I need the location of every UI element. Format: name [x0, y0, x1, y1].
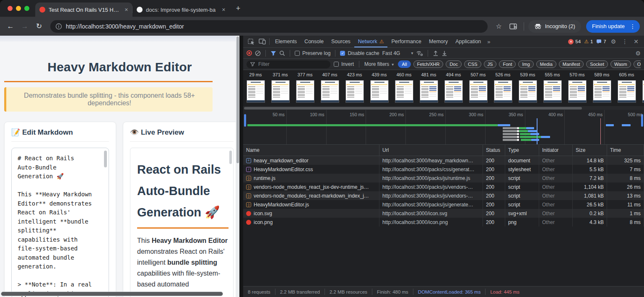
- devtools-resize-handle[interactable]: [239, 36, 243, 297]
- issues-count-badge[interactable]: 7: [596, 39, 606, 44]
- error-count-badge[interactable]: ✕54: [568, 39, 581, 44]
- page-horizontal-scrollbar[interactable]: [1, 292, 223, 296]
- column-header-type[interactable]: Type: [505, 145, 539, 156]
- devtools-tab-application[interactable]: Application: [452, 36, 485, 47]
- more-tabs-button[interactable]: »: [485, 39, 493, 45]
- filter-chip-other[interactable]: Other: [634, 60, 641, 68]
- filter-chip-media[interactable]: Media: [536, 60, 556, 68]
- network-request-row[interactable]: icon.pnghttp://localhost:3000/icon.png20…: [243, 218, 644, 227]
- inspect-element-icon[interactable]: [246, 37, 257, 46]
- filmstrip-frame[interactable]: 29 ms: [243, 72, 268, 106]
- maximize-window-button[interactable]: [24, 6, 29, 11]
- filmstrip-frame[interactable]: 460 ms: [392, 72, 416, 106]
- filmstrip-frame[interactable]: 539 ms: [515, 72, 540, 106]
- filmstrip-frame[interactable]: 407 ms: [317, 72, 342, 106]
- filmstrip-frame[interactable]: 494 ms: [441, 72, 466, 106]
- filmstrip-frame[interactable]: 507 ms: [466, 72, 491, 106]
- filmstrip-frame[interactable]: 377 ms: [293, 72, 317, 106]
- preserve-log-checkbox[interactable]: Preserve log: [295, 50, 330, 56]
- back-button[interactable]: ←: [4, 20, 17, 33]
- browser-tab[interactable]: Test React On Rails V15 Hello✕: [35, 3, 132, 17]
- import-har-icon[interactable]: [433, 50, 439, 56]
- overview-left-handle[interactable]: [244, 114, 246, 127]
- throttling-select[interactable]: Fast 4G ▾: [382, 50, 413, 56]
- devtools-tab-sources[interactable]: Sources: [327, 36, 354, 47]
- device-toolbar-icon[interactable]: [257, 37, 267, 46]
- minimize-window-button[interactable]: [16, 6, 21, 11]
- filmstrip-frame[interactable]: [639, 72, 644, 106]
- record-network-log-button[interactable]: [247, 50, 252, 56]
- incognito-badge[interactable]: Incognito (2): [528, 20, 581, 33]
- address-bar[interactable]: http://localhost:3000/heavy_markdown_edi…: [50, 20, 488, 33]
- filter-chip-all[interactable]: All: [398, 60, 410, 68]
- filmstrip-frame[interactable]: 526 ms: [491, 72, 515, 106]
- filter-chip-font[interactable]: Font: [499, 60, 516, 68]
- filter-chip-doc[interactable]: Doc: [446, 60, 462, 68]
- devtools-tab-memory[interactable]: Memory: [425, 36, 452, 47]
- tab-close-icon[interactable]: ✕: [125, 7, 128, 13]
- filter-chip-js[interactable]: JS: [484, 60, 497, 68]
- network-overview[interactable]: 50 ms100 ms150 ms200 ms250 ms300 ms350 m…: [243, 110, 644, 145]
- preview-scrollbar[interactable]: [229, 151, 232, 164]
- filter-chip-wasm[interactable]: Wasm: [610, 60, 631, 68]
- filter-chip-fetchxhr[interactable]: Fetch/XHR: [413, 60, 444, 68]
- filmstrip-frame[interactable]: 589 ms: [589, 72, 614, 106]
- devtools-close-icon[interactable]: ✕: [632, 38, 640, 45]
- network-request-row[interactable]: ≡heavy_markdown_editorhttp://localhost:3…: [243, 156, 644, 165]
- tab-close-icon[interactable]: ✕: [222, 7, 226, 13]
- filmstrip-frame[interactable]: 605 ms: [614, 72, 639, 106]
- update-menu-icon[interactable]: ⋮: [628, 23, 637, 30]
- filmstrip-scrollbar[interactable]: [243, 106, 644, 110]
- filter-chip-socket[interactable]: Socket: [586, 60, 608, 68]
- devtools-tab-elements[interactable]: Elements: [271, 36, 301, 47]
- devtools-tab-network[interactable]: Network⚠: [354, 36, 388, 47]
- network-request-row[interactable]: /HeavyMarkdownEditor.csshttp://localhost…: [243, 165, 644, 174]
- column-header-url[interactable]: Url: [379, 145, 483, 156]
- markdown-textarea[interactable]: # React on Rails Auto-Bundle Generation …: [11, 148, 109, 297]
- side-panel-icon[interactable]: [507, 20, 519, 33]
- disable-cache-checkbox[interactable]: ✓ Disable cache: [340, 50, 379, 56]
- warning-count-badge[interactable]: ⚠1: [584, 39, 593, 44]
- search-icon[interactable]: [279, 50, 285, 56]
- export-har-icon[interactable]: [441, 50, 447, 56]
- network-request-row[interactable]: {}vendors-node_modules_react_jsx-dev-run…: [243, 182, 644, 191]
- filter-toggle-icon[interactable]: [270, 51, 276, 56]
- column-header-status[interactable]: Status: [483, 145, 505, 156]
- column-header-time[interactable]: Time: [607, 145, 644, 156]
- column-header-size[interactable]: Size: [573, 145, 607, 156]
- network-request-row[interactable]: {}HeavyMarkdownEditor.jshttp://localhost…: [243, 200, 644, 209]
- network-settings-gear-icon[interactable]: ⚙: [635, 50, 641, 57]
- clear-network-log-button[interactable]: [255, 50, 261, 56]
- column-header-name[interactable]: Name: [243, 145, 379, 156]
- devtools-tab-performance[interactable]: Performance: [387, 36, 425, 47]
- column-header-initiator[interactable]: Initiator: [539, 145, 573, 156]
- page-vertical-scrollbar[interactable]: [236, 36, 239, 297]
- network-request-row[interactable]: {}vendors-node_modules_react-markdown_in…: [243, 191, 644, 200]
- filmstrip-frame[interactable]: 555 ms: [540, 72, 565, 106]
- filmstrip-frame[interactable]: 570 ms: [565, 72, 589, 106]
- filmstrip-frame[interactable]: 371 ms: [268, 72, 293, 106]
- more-filters-button[interactable]: More filters ▾: [364, 61, 394, 67]
- site-info-icon[interactable]: [55, 23, 62, 30]
- filmstrip-frame[interactable]: 481 ms: [416, 72, 441, 106]
- network-request-row[interactable]: {}runtime.jshttp://localhost:3000/packs/…: [243, 174, 644, 182]
- filmstrip-frame[interactable]: 439 ms: [367, 72, 392, 106]
- network-request-row[interactable]: icon.svghttp://localhost:3000/icon.svg20…: [243, 209, 644, 218]
- filter-chip-css[interactable]: CSS: [464, 60, 481, 68]
- new-tab-button[interactable]: +: [232, 3, 244, 14]
- filter-chip-img[interactable]: Img: [518, 60, 533, 68]
- filter-input-wrapper[interactable]: [247, 60, 330, 68]
- filmstrip-frame[interactable]: 423 ms: [342, 72, 367, 106]
- textarea-scrollbar[interactable]: [104, 151, 107, 167]
- invert-checkbox[interactable]: Invert: [334, 61, 354, 67]
- network-conditions-icon[interactable]: [416, 50, 423, 56]
- close-window-button[interactable]: [8, 6, 13, 11]
- devtools-tab-console[interactable]: Console: [301, 36, 327, 47]
- forward-button[interactable]: →: [18, 20, 31, 33]
- finish-update-button[interactable]: Finish update ⋮: [586, 20, 640, 33]
- browser-tab[interactable]: docs: Improve file-system-ba✕: [132, 3, 230, 17]
- devtools-settings-gear-icon[interactable]: ⚙: [610, 38, 618, 45]
- devtools-menu-kebab-icon[interactable]: ⋮: [621, 38, 629, 45]
- filter-input[interactable]: [257, 61, 316, 68]
- reload-button[interactable]: ↻: [33, 20, 45, 33]
